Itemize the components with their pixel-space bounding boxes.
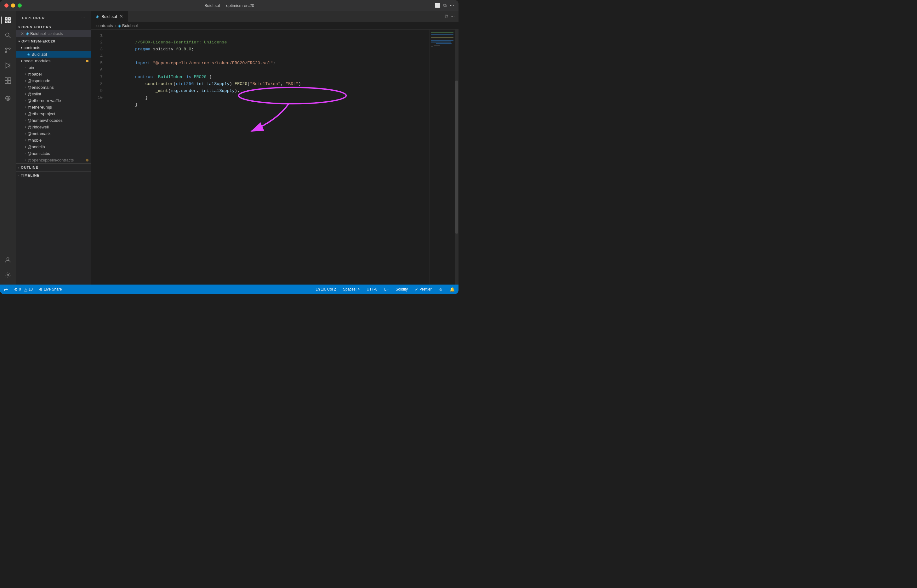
svg-point-15	[7, 274, 9, 276]
nodelib-folder[interactable]: › @nodelib	[16, 144, 91, 150]
scrollbar-thumb[interactable]	[455, 81, 458, 234]
code-editor[interactable]: 1 2 3 4 5 6 7 8 9 10 //SPDX-License-Iden…	[91, 29, 458, 284]
brace-close-10: }	[135, 102, 137, 107]
bin-folder[interactable]: › .bin	[16, 64, 91, 71]
jridgewell-folder[interactable]: › @jridgewell	[16, 124, 91, 130]
babel-folder[interactable]: › @babel	[16, 71, 91, 78]
contracts-folder[interactable]: ▾ contracts	[16, 44, 91, 51]
code-line-1: //SPDX-License-Identifier: Unlicense	[110, 32, 430, 39]
errors-status[interactable]: ⊗ 0 △ 10	[13, 284, 34, 294]
brace-close-9: }	[145, 95, 148, 100]
code-content[interactable]: //SPDX-License-Identifier: Unlicense pra…	[107, 29, 430, 284]
language-status[interactable]: Solidity	[394, 284, 409, 294]
eslint-label: @eslint	[27, 92, 41, 96]
semicolon-4: ;	[273, 61, 275, 65]
activity-account[interactable]	[1, 253, 15, 267]
project-header[interactable]: ▾ OPTIMISM-ERC20	[16, 38, 91, 44]
activity-remote[interactable]	[1, 91, 15, 105]
activity-extensions[interactable]	[1, 74, 15, 87]
remote-status[interactable]: ⇌	[3, 284, 9, 294]
breadcrumb-filename[interactable]: Buidl.sol	[122, 23, 137, 28]
tab-buidl-sol[interactable]: ◈ Buidl.sol ✕	[91, 11, 128, 22]
indent-9	[135, 95, 145, 100]
minimize-button[interactable]	[11, 3, 15, 8]
close-icon[interactable]: ✕	[21, 31, 24, 36]
minimap-line-7	[431, 42, 451, 42]
open-editor-buidl[interactable]: ✕ ◈ Buidl.sol contracts	[16, 30, 91, 37]
version-number: ^0.8.0	[176, 47, 191, 52]
node-modules-folder[interactable]: ▾ node_modules	[16, 58, 91, 64]
tab-close-button[interactable]: ✕	[119, 14, 123, 19]
maximize-button[interactable]	[18, 3, 22, 8]
eol-status[interactable]: LF	[383, 284, 390, 294]
more-tab-actions-icon[interactable]: ···	[451, 13, 455, 19]
activity-explorer[interactable]	[1, 13, 15, 27]
split-icon[interactable]: ⧉	[443, 3, 446, 8]
sidebar-action-buttons: ···	[81, 15, 86, 21]
ensdomains-folder[interactable]: › @ensdomains	[16, 84, 91, 90]
contracts-label: contracts	[24, 45, 40, 50]
noble-folder[interactable]: › @noble	[16, 137, 91, 144]
cursor-position[interactable]: Ln 10, Col 2	[314, 284, 337, 294]
svg-point-6	[5, 48, 7, 49]
code-line-4: import "@openzeppelin/contracts/token/ER…	[110, 53, 430, 60]
minimap-line-1	[431, 32, 453, 33]
ethersproject-folder[interactable]: › @ethersproject	[16, 110, 91, 117]
keyword-pragma: pragma	[135, 47, 153, 52]
breadcrumb-contracts[interactable]: contracts	[96, 23, 113, 28]
ensdomains-label: @ensdomains	[27, 85, 53, 90]
liveshare-icon: ⊕	[39, 287, 42, 292]
semicolon-2: ;	[191, 47, 194, 52]
open-editors-header[interactable]: ▾ Open Editors	[16, 24, 91, 30]
activity-bar	[0, 11, 16, 284]
layout-icon[interactable]: ⬜	[435, 3, 440, 8]
encoding-status[interactable]: UTF-8	[365, 284, 378, 294]
activity-search[interactable]	[1, 28, 15, 42]
liveshare-status[interactable]: ⊕ Live Share	[38, 284, 63, 294]
liveshare-label: Live Share	[44, 287, 62, 291]
import-path: "@openzeppelin/contracts/token/ERC20/ERC…	[153, 61, 273, 65]
nodelib-arrow: ›	[25, 145, 26, 149]
humanwhocodes-folder[interactable]: › @humanwhocodes	[16, 117, 91, 124]
project-label: OPTIMISM-ERC20	[21, 39, 55, 43]
ethereumjs-folder[interactable]: › @ethereumjs	[16, 104, 91, 110]
spaces-status[interactable]: Spaces: 4	[342, 284, 361, 294]
activity-settings[interactable]	[1, 268, 15, 282]
nomiclabs-folder[interactable]: › @nomiclabs	[16, 150, 91, 157]
indent-8	[135, 89, 155, 93]
eol-label: LF	[384, 287, 388, 291]
babel-label: @babel	[27, 72, 42, 76]
more-actions-button[interactable]: ···	[81, 15, 86, 21]
feedback-status[interactable]: ☺	[437, 284, 444, 294]
close-button[interactable]	[5, 3, 8, 8]
cspotcode-folder[interactable]: › @cspotcode	[16, 78, 91, 84]
timeline-header[interactable]: › Timeline	[16, 171, 91, 179]
ethereum-waffle-folder[interactable]: › @ethereum-waffle	[16, 97, 91, 104]
eslint-folder[interactable]: › @eslint	[16, 90, 91, 97]
nomiclabs-arrow: ›	[25, 152, 26, 155]
timeline-section: › Timeline	[16, 171, 91, 179]
uint256-keyword: uint256	[176, 82, 194, 86]
tab-bar-actions: ⧉ ···	[441, 13, 458, 19]
open-editors-label: Open Editors	[21, 25, 51, 29]
metamask-folder[interactable]: › @metamask	[16, 130, 91, 137]
scrollbar[interactable]	[455, 29, 458, 284]
paren-open-7: (	[173, 82, 176, 86]
openzeppelin-label: @openzeppelin/contracts	[27, 158, 74, 162]
feedback-icon: ☺	[439, 287, 443, 292]
outline-header[interactable]: › Outline	[16, 164, 91, 171]
minimap-line-8	[436, 43, 451, 44]
erc20-constructor: ERC20	[235, 82, 247, 86]
bin-arrow: ›	[25, 66, 26, 69]
notifications-status[interactable]: 🔔	[448, 284, 456, 294]
prettier-status[interactable]: ✓ Prettier	[414, 284, 433, 294]
openzeppelin-folder[interactable]: › @openzeppelin/contracts	[16, 157, 91, 163]
split-editor-icon[interactable]: ⧉	[445, 13, 448, 19]
activity-run[interactable]	[1, 58, 15, 73]
openzeppelin-badge	[86, 159, 89, 162]
ethereum-waffle-arrow: ›	[25, 99, 26, 102]
more-icon[interactable]: ⋯	[450, 3, 454, 8]
activity-source-control[interactable]	[1, 44, 15, 57]
prettier-icon: ✓	[415, 287, 418, 292]
buidl-sol-file[interactable]: ◈ Buidl.sol	[16, 51, 91, 58]
